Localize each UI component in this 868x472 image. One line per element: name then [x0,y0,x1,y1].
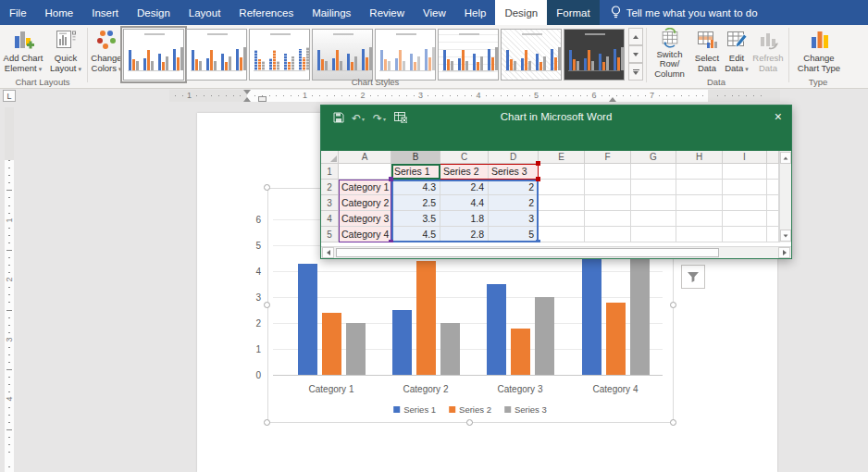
chart-style-thumbnail-3[interactable] [249,29,310,81]
cell-x3[interactable] [767,195,779,211]
chart-bar[interactable] [511,329,530,375]
column-header-f[interactable]: F [585,151,631,164]
cell-I1[interactable] [723,164,767,180]
tab-home[interactable]: Home [36,0,83,25]
cell-G3[interactable] [631,195,676,211]
cell-H1[interactable] [676,164,723,180]
chart-style-thumbnail-1[interactable] [123,29,184,81]
cell-F1[interactable] [585,164,631,180]
cell-B2[interactable]: 4.3 [391,180,440,195]
cell-D5[interactable]: 5 [489,227,539,242]
cell-G5[interactable] [631,227,676,242]
cell-G2[interactable] [631,180,676,195]
cell-x5[interactable] [767,227,779,242]
scroll-up-button[interactable] [780,152,791,164]
cell-G4[interactable] [631,211,676,227]
row-header-3[interactable]: 3 [321,195,339,211]
cell-I5[interactable] [723,227,767,242]
column-header-e[interactable]: E [539,151,585,164]
scroll-right-button[interactable] [778,247,790,258]
change-chart-type-button[interactable]: Change Chart Type [794,28,844,79]
chart-bar[interactable] [416,261,436,375]
tell-me-box[interactable]: Tell me what you want to do [600,0,765,25]
selection-handle[interactable] [670,302,676,308]
scroll-down-button[interactable] [780,230,791,242]
selection-handle[interactable] [466,419,473,426]
gallery-more-button[interactable] [628,63,643,81]
cell-I4[interactable] [723,211,767,227]
row-header-1[interactable]: 1 [321,164,339,180]
quick-layout-button[interactable]: Quick Layout [46,28,85,79]
cell-H3[interactable] [676,195,723,211]
cell-C5[interactable]: 2.8 [440,227,489,242]
select-data-button[interactable]: Select Data [693,28,721,79]
column-header-g[interactable]: G [631,151,676,164]
row-header-2[interactable]: 2 [321,180,339,195]
chart-style-thumbnail-5[interactable] [375,29,436,81]
chart-style-thumbnail-4[interactable] [312,29,373,81]
column-header-d[interactable]: D [489,151,539,164]
select-all-corner[interactable] [321,151,339,164]
cell-A4[interactable]: Category 3 [339,211,391,227]
cell-C4[interactable]: 1.8 [440,211,489,227]
cell-H2[interactable] [676,180,723,195]
chart-style-thumbnail-8[interactable] [564,29,625,81]
tab-review[interactable]: Review [360,0,414,25]
cell-B4[interactable]: 3.5 [391,211,440,227]
cell-E2[interactable] [539,180,585,195]
left-indent-marker[interactable] [258,96,267,102]
chart-bar[interactable] [606,303,626,375]
cell-D3[interactable]: 2 [489,195,539,211]
selection-handle[interactable] [264,184,270,191]
first-line-indent-marker[interactable] [243,90,251,94]
gallery-scroll-up-button[interactable] [628,28,643,45]
chart-bar[interactable] [535,297,554,375]
row-header-5[interactable]: 5 [321,227,339,242]
horizontal-scroll-thumb[interactable] [336,248,719,257]
chart-bar[interactable] [582,258,601,375]
cell-x1[interactable] [767,164,779,180]
cell-F4[interactable] [585,211,631,227]
tab-references[interactable]: References [229,0,303,25]
column-header-c[interactable]: C [440,151,489,164]
scroll-left-button[interactable] [322,247,334,258]
cell-A1[interactable] [339,164,391,180]
tab-layout[interactable]: Layout [180,0,230,25]
legend-item[interactable]: Series 3 [504,404,547,415]
tab-view[interactable]: View [414,0,455,25]
selection-handle[interactable] [264,302,270,308]
tab-file[interactable]: File [0,0,36,25]
hanging-indent-marker[interactable] [243,97,251,102]
gallery-scroll-down-button[interactable] [628,45,643,63]
cell-E3[interactable] [539,195,585,211]
switch-row-column-button[interactable]: Switch Row/ Column [648,28,691,79]
cell-F2[interactable] [585,180,631,195]
tab-help[interactable]: Help [455,0,496,25]
chart-bar[interactable] [440,323,460,375]
legend-item[interactable]: Series 1 [393,404,436,415]
right-indent-marker[interactable] [609,97,616,102]
cell-H4[interactable] [676,211,723,227]
cell-B3[interactable]: 2.5 [391,195,440,211]
chart-bar[interactable] [487,284,506,375]
cell-F5[interactable] [585,227,631,242]
worksheet-titlebar[interactable]: ↶ ↷ Chart in Microsoft Word × [321,106,791,151]
chart-bar[interactable] [630,245,650,375]
column-header-h[interactable]: H [676,151,723,164]
cell-E4[interactable] [539,211,585,227]
cell-D2[interactable]: 2 [489,180,539,195]
cell-C1[interactable]: Series 2 [440,164,489,180]
tab-insert[interactable]: Insert [82,0,128,25]
close-button[interactable]: × [775,109,782,124]
cell-x2[interactable] [767,180,779,195]
chart-style-thumbnail-2[interactable] [186,29,247,81]
cell-G1[interactable] [631,164,676,180]
chart-bar[interactable] [346,323,366,375]
cell-D1[interactable]: Series 3 [489,164,539,180]
chart-bar[interactable] [298,264,317,375]
edit-data-button[interactable]: Edit Data [723,28,750,79]
cell-B1[interactable]: Series 1 [391,164,440,180]
add-chart-element-button[interactable]: Add Chart Element [2,28,44,79]
cell-A5[interactable]: Category 4 [339,227,391,242]
selection-handle[interactable] [670,419,676,426]
